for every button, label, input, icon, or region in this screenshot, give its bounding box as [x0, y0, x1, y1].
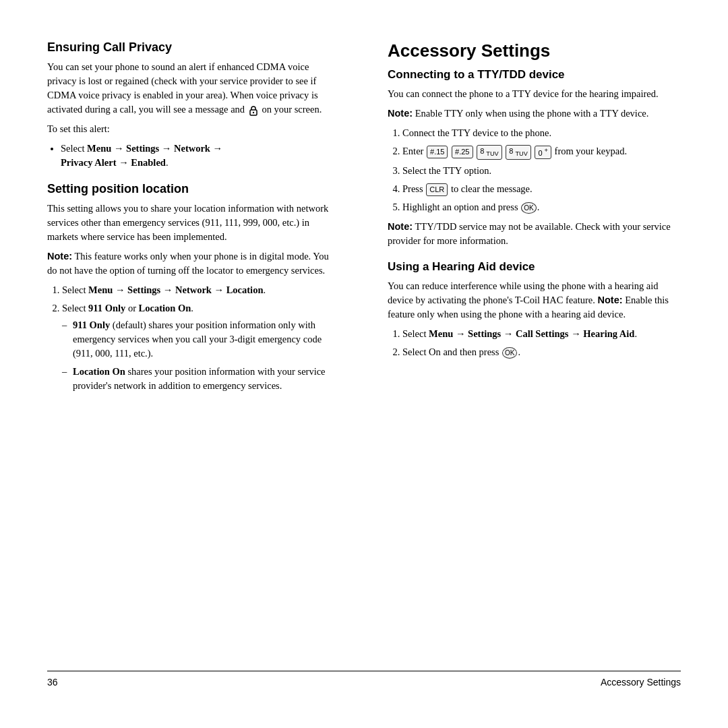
tty-body: You can connect the phone to a TTY devic… [388, 87, 681, 101]
list-item: 911 Only (default) shares your position … [62, 318, 340, 361]
list-item: Press CLR to clear the message. [402, 182, 681, 196]
ok-button-icon-2: OK [502, 347, 517, 359]
lock-icon [247, 104, 262, 115]
setting-position-location-heading: Setting position location [47, 182, 340, 196]
sub-list: 911 Only (default) shares your position … [62, 318, 340, 393]
list-item: Select 911 Only or Location On. 911 Only… [62, 301, 340, 393]
footer: 36 Accessory Settings [47, 671, 681, 688]
ensuring-call-privacy-heading: Ensuring Call Privacy [47, 40, 340, 55]
tty-section-heading: Connecting to a TTY/TDD device [388, 68, 681, 82]
setting-position-note: Note: This feature works only when your … [47, 249, 340, 278]
ok-button-icon: OK [521, 202, 536, 214]
key-icon-8tuv2: 8 TUV [506, 145, 531, 160]
tty-note: Note: Enable TTY only when using the pho… [388, 107, 681, 121]
ensuring-call-privacy-body: You can set your phone to sound an alert… [47, 60, 340, 117]
key-icon-clr: CLR [426, 183, 448, 196]
page: Ensuring Call Privacy You can set your p… [0, 0, 728, 728]
list-item: Select On and then press OK. [402, 345, 681, 359]
setting-position-body: This setting allows you to share your lo… [47, 202, 340, 244]
list-item: Enter #.15 #.25 8 TUV 8 TUV 0 + from you… [402, 144, 681, 160]
hearing-aid-body: You can reduce interference while using … [388, 279, 681, 322]
key-icon-0: 0 + [535, 146, 551, 159]
left-column: Ensuring Call Privacy You can set your p… [47, 40, 347, 657]
list-item: Location On shares your position informa… [62, 365, 340, 393]
accessory-settings-title: Accessory Settings [388, 40, 681, 61]
to-set-alert-label: To set this alert: [47, 122, 340, 136]
list-item: Select Menu → Settings → Network → Locat… [62, 283, 340, 297]
hearing-aid-steps: Select Menu → Settings → Call Settings →… [402, 327, 681, 359]
list-item: Select Menu → Settings → Call Settings →… [402, 327, 681, 341]
hearing-aid-heading: Using a Hearing Aid device [388, 260, 681, 274]
list-item: Connect the TTY device to the phone. [402, 126, 681, 140]
key-icon-hash15: #.15 [427, 146, 448, 158]
tty-note2: Note: TTY/TDD service may not be availab… [388, 220, 681, 248]
page-number: 36 [47, 677, 58, 688]
footer-section-label: Accessory Settings [601, 677, 681, 688]
key-icon-8tuv: 8 TUV [477, 145, 502, 160]
list-item: Select the TTY option. [402, 164, 681, 178]
svg-point-1 [253, 112, 254, 113]
list-item: Select Menu → Settings → Network → Priva… [61, 142, 340, 170]
tty-steps: Connect the TTY device to the phone. Ent… [402, 126, 681, 214]
key-icon-hash25: #.25 [452, 146, 473, 158]
list-item: Highlight an option and press OK. [402, 200, 681, 214]
right-column: Accessory Settings Connecting to a TTY/T… [381, 40, 681, 657]
ensuring-call-privacy-steps: Select Menu → Settings → Network → Priva… [61, 142, 340, 170]
setting-position-steps: Select Menu → Settings → Network → Locat… [62, 283, 340, 393]
